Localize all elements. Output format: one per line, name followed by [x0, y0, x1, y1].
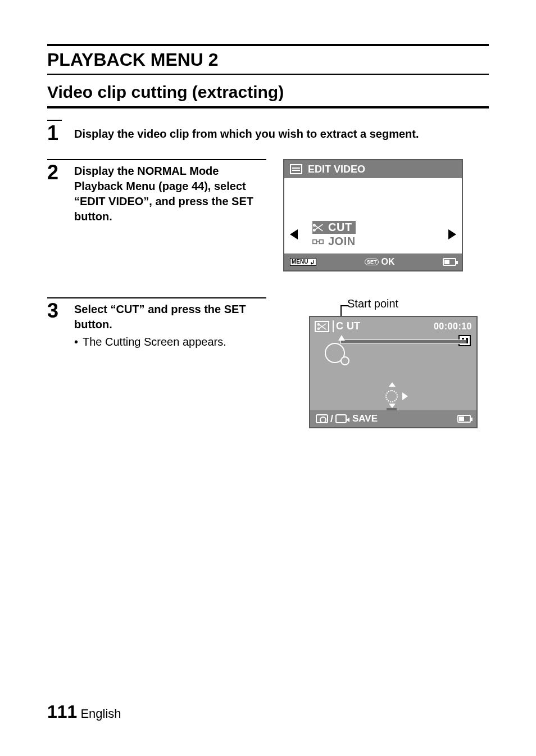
ok-label: OK [381, 257, 394, 267]
rule [47, 74, 489, 75]
cutting-status-bar: / SAVE [310, 410, 476, 427]
menu-back-indicator: MENU [290, 258, 316, 266]
set-badge: SET [365, 259, 379, 265]
timeline-bar [340, 339, 466, 344]
menu-item-cut[interactable]: CUT [312, 221, 356, 234]
timecode: 00:00:10 [434, 322, 472, 332]
cutting-screen-wrap: Start point CUT 00:00:10 [309, 297, 489, 428]
step-sub: • The Cutting Screen appears. [74, 334, 266, 350]
svg-rect-2 [313, 239, 317, 243]
callout-label: Start point [347, 297, 489, 310]
step-body: Display the video clip from which you wi… [74, 126, 489, 142]
svg-rect-3 [320, 239, 324, 243]
step-2-row: 2 Display the NORMAL Mode Playback Menu … [47, 159, 489, 271]
step-number: 1 [47, 123, 62, 143]
battery-icon [443, 258, 456, 266]
step-sub-text: The Cutting Screen appears. [83, 334, 226, 350]
screen-title-bar: EDIT VIDEO [284, 160, 462, 178]
back-arrow-icon [309, 259, 315, 265]
battery-icon [457, 415, 471, 423]
manual-page: PLAYBACK MENU 2 Video clip cutting (extr… [0, 0, 536, 756]
page-number: 111 [47, 701, 77, 722]
scissors-icon [312, 223, 324, 232]
cut-suffix: UT [347, 320, 360, 332]
slash-icon: / [330, 413, 333, 425]
right-arrow-icon [448, 229, 456, 239]
step-body: Display the NORMAL Mode Playback Menu (p… [74, 164, 266, 224]
video-list-icon [290, 164, 302, 174]
screen-status-bar: MENU SET OK [284, 253, 462, 270]
spacer [74, 120, 489, 124]
spacer [74, 297, 266, 302]
menu-label: MENU [292, 259, 308, 265]
step-2: 2 Display the NORMAL Mode Playback Menu … [47, 159, 266, 224]
save-label: SAVE [352, 413, 378, 424]
start-point-marker [338, 335, 345, 341]
step-1: 1 Display the video clip from which you … [47, 120, 489, 143]
screen-title: EDIT VIDEO [308, 164, 365, 175]
bullet-icon: • [74, 334, 78, 350]
step-3: 3 Select “CUT” and press the SET button.… [47, 297, 266, 350]
spacer [74, 159, 266, 164]
camera-icon [316, 414, 328, 423]
step-3-row: 3 Select “CUT” and press the SET button.… [47, 297, 489, 428]
save-indicator: / SAVE [316, 413, 378, 425]
set-ok-indicator: SET OK [365, 257, 395, 267]
page-footer: 111English [47, 701, 121, 722]
rule [47, 106, 489, 108]
step-separator [47, 120, 62, 121]
join-icon [312, 237, 324, 246]
cut-mode-indicator: CUT [315, 320, 360, 332]
screen-menu-area: CUT JOIN [284, 221, 462, 248]
cutting-top-bar: CUT 00:00:10 [315, 320, 472, 332]
scissors-box-icon [315, 321, 329, 332]
step-number: 2 [47, 162, 62, 183]
menu-item-label: CUT [328, 221, 352, 234]
joystick-hint-icon [381, 384, 406, 407]
left-arrow-icon [290, 229, 298, 239]
rule [47, 44, 489, 46]
camcorder-icon [335, 414, 347, 423]
step-number: 3 [47, 301, 62, 321]
page-language: English [80, 707, 121, 721]
page-subheading: Video clip cutting (extracting) [47, 83, 489, 102]
menu-item-label: JOIN [328, 235, 356, 248]
menu-item-join[interactable]: JOIN [312, 235, 434, 248]
edit-video-screen: EDIT VIDEO CUT [283, 159, 463, 271]
page-heading: PLAYBACK MENU 2 [47, 49, 489, 70]
step-body: Select “CUT” and press the SET button. [74, 302, 266, 332]
cutting-screen: CUT 00:00:10 [309, 316, 478, 428]
menu-stack: CUT JOIN [298, 221, 448, 248]
zoom-cursor-icon [325, 343, 345, 363]
